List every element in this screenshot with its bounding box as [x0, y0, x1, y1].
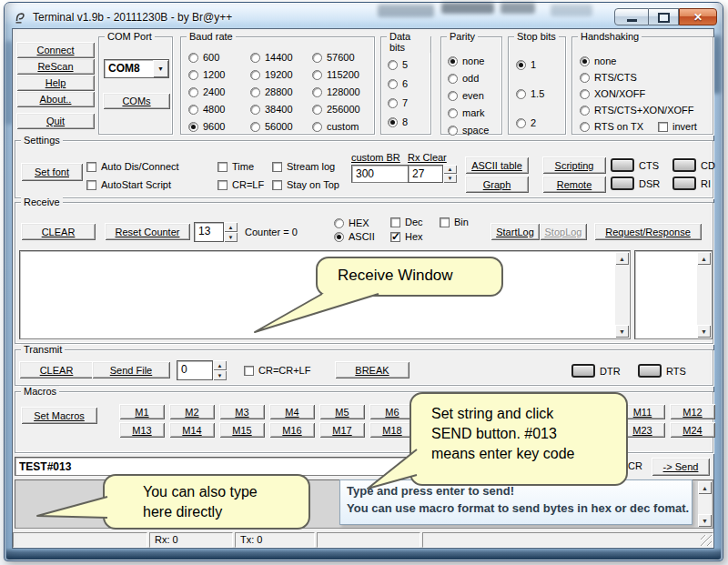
graph-button[interactable]: Graph — [465, 176, 529, 193]
receive-scrollbar[interactable] — [615, 252, 629, 338]
baud-option[interactable]: 28800 — [250, 86, 293, 97]
chevron-down-icon[interactable] — [153, 60, 168, 77]
rescan-button[interactable]: ReScan — [16, 58, 95, 75]
baud-option[interactable]: 56000 — [250, 121, 293, 132]
macro-button-m4[interactable]: M4 — [269, 404, 315, 419]
time-checkbox[interactable]: Time — [217, 161, 254, 172]
handshaking-option[interactable]: XON/XOFF — [580, 88, 645, 99]
parity-option[interactable]: space — [448, 125, 489, 136]
stoplog-button[interactable]: StopLog — [540, 223, 587, 240]
baud-option[interactable]: custom — [312, 121, 359, 132]
macro-button-m24[interactable]: M24 — [670, 422, 715, 438]
close-button[interactable] — [679, 8, 717, 25]
break-button[interactable]: BREAK — [335, 361, 410, 378]
scroll-down-icon[interactable] — [615, 325, 629, 338]
scroll-up-icon[interactable] — [615, 252, 629, 265]
spin-down-icon[interactable] — [224, 232, 238, 242]
macro-button-m3[interactable]: M3 — [219, 404, 265, 419]
spin-down-icon[interactable] — [443, 174, 457, 183]
stay-on-top-checkbox[interactable]: Stay on Top — [272, 179, 339, 190]
macro-button-m2[interactable]: M2 — [169, 404, 215, 419]
bin-checkbox[interactable]: Bin — [440, 217, 469, 227]
baud-option[interactable]: 115200 — [312, 69, 359, 80]
scroll-down-icon[interactable] — [698, 514, 712, 527]
receive-hex-pane[interactable] — [634, 250, 713, 339]
hex-pane-scrollbar[interactable] — [697, 252, 711, 338]
scroll-down-icon[interactable] — [697, 325, 711, 338]
invert-checkbox[interactable]: invert — [658, 121, 697, 132]
spin-down-icon[interactable] — [213, 370, 227, 380]
send-file-button[interactable]: Send File — [92, 361, 170, 378]
type-area-scrollbar[interactable] — [698, 481, 712, 527]
handshaking-option[interactable]: RTS/CTS — [580, 72, 637, 83]
baud-option[interactable]: 4800 — [188, 104, 225, 115]
parity-option[interactable]: odd — [448, 73, 479, 84]
help-button[interactable]: Help — [16, 75, 95, 91]
quit-button[interactable]: Quit — [16, 113, 95, 129]
parity-option[interactable]: even — [448, 90, 484, 101]
macro-button-m17[interactable]: M17 — [319, 422, 365, 438]
data-bits-option[interactable]: 6 — [388, 78, 408, 89]
baud-option[interactable]: 256000 — [312, 104, 360, 115]
titlebar[interactable]: Terminal v1.9b - 20111230B - by Br@y++ — [14, 7, 487, 27]
send-button[interactable]: -> Send — [652, 458, 710, 476]
transmit-spinner[interactable]: 0 — [177, 360, 227, 380]
scroll-up-icon[interactable] — [698, 481, 712, 494]
handshaking-option[interactable]: RTS on TX — [580, 121, 643, 132]
rx-clear-spinner[interactable]: 27 — [408, 165, 457, 183]
maximize-button[interactable] — [649, 8, 679, 25]
remote-button[interactable]: Remote — [542, 176, 606, 193]
baud-option[interactable]: 9600 — [188, 121, 225, 132]
macro-button-m12[interactable]: M12 — [670, 404, 715, 419]
scripting-button[interactable]: Scripting — [542, 156, 606, 174]
macro-button-m1[interactable]: M1 — [119, 404, 165, 419]
auto-disconnect-checkbox[interactable]: Auto Dis/Connect — [86, 161, 179, 172]
parity-option[interactable]: mark — [448, 107, 484, 118]
stop-bits-option[interactable]: 1 — [516, 59, 536, 70]
autostart-script-checkbox[interactable]: AutoStart Script — [86, 179, 171, 190]
scroll-up-icon[interactable] — [697, 252, 711, 265]
baud-option[interactable]: 128000 — [312, 86, 360, 97]
receive-clear-button[interactable]: CLEAR — [21, 223, 96, 240]
about-button[interactable]: About.. — [16, 91, 95, 107]
connect-button[interactable]: Connect — [16, 42, 95, 58]
baud-option[interactable]: 1200 — [188, 69, 225, 80]
resize-grip[interactable] — [701, 535, 712, 546]
data-bits-option[interactable]: 8 — [388, 116, 408, 127]
parity-option[interactable]: none — [448, 55, 484, 66]
handshaking-option[interactable]: none — [580, 55, 616, 66]
baud-option[interactable]: 2400 — [188, 86, 225, 97]
stop-bits-option[interactable]: 2 — [516, 117, 536, 128]
cr-crlf-checkbox[interactable]: CR=CR+LF — [244, 365, 310, 376]
startlog-button[interactable]: StartLog — [490, 223, 540, 240]
macro-button-m5[interactable]: M5 — [319, 404, 365, 419]
baud-option[interactable]: 57600 — [312, 52, 355, 63]
macro-button-m6[interactable]: M6 — [369, 404, 415, 419]
dec-checkbox[interactable]: Dec — [390, 217, 423, 227]
ascii-mode-radio[interactable]: ASCII — [334, 231, 375, 242]
stop-bits-option[interactable]: 1.5 — [516, 88, 544, 99]
ascii-table-button[interactable]: ASCII table — [465, 156, 529, 174]
set-font-button[interactable]: Set font — [21, 163, 83, 181]
spin-up-icon[interactable] — [224, 222, 238, 232]
transmit-clear-button[interactable]: CLEAR — [19, 361, 94, 378]
baud-option[interactable]: 19200 — [250, 69, 293, 80]
spin-up-icon[interactable] — [443, 165, 457, 174]
stream-log-checkbox[interactable]: Stream log — [272, 161, 335, 172]
com-port-select[interactable]: COM8 — [104, 59, 169, 78]
cr-lf-checkbox[interactable]: CR=LF — [217, 179, 264, 190]
set-macros-button[interactable]: Set Macros — [21, 407, 97, 424]
data-bits-option[interactable]: 7 — [388, 97, 408, 108]
macro-button-m18[interactable]: M18 — [369, 422, 415, 438]
macro-button-m13[interactable]: M13 — [119, 422, 165, 438]
macro-button-m16[interactable]: M16 — [269, 422, 315, 438]
coms-button[interactable]: COMs — [103, 93, 170, 109]
request-response-button[interactable]: Request/Response — [594, 223, 702, 240]
baud-option[interactable]: 38400 — [250, 104, 293, 115]
macro-button-m15[interactable]: M15 — [219, 422, 265, 438]
spin-up-icon[interactable] — [213, 360, 227, 370]
reset-counter-button[interactable]: Reset Counter — [105, 223, 190, 240]
rx-count-spinner[interactable]: 13 — [194, 222, 238, 242]
minimize-button[interactable] — [614, 8, 649, 25]
hex-checkbox[interactable]: Hex — [390, 231, 423, 242]
